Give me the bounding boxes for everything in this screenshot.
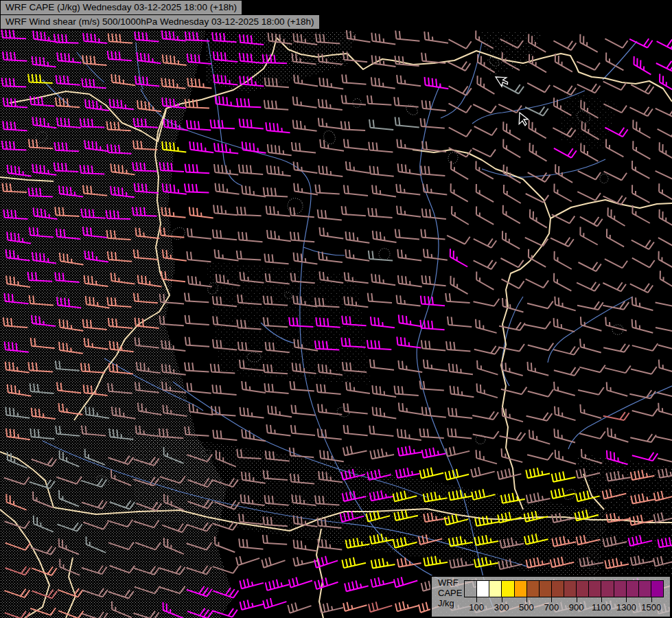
wind-barb bbox=[213, 479, 238, 488]
wind-barb bbox=[263, 598, 286, 608]
wind-barb bbox=[552, 472, 576, 482]
wind-barb bbox=[658, 129, 672, 139]
wind-barb bbox=[373, 407, 397, 418]
wind-barb bbox=[474, 126, 497, 135]
wind-barb bbox=[31, 338, 55, 349]
wind-barb bbox=[399, 402, 423, 414]
wind-barb bbox=[30, 96, 54, 106]
wind-barb bbox=[137, 502, 162, 511]
wind-barb bbox=[529, 430, 550, 444]
wind-barb bbox=[502, 279, 524, 288]
wind-barb bbox=[632, 185, 649, 203]
wind-barb bbox=[603, 489, 627, 499]
wind-barb bbox=[370, 534, 394, 544]
wind-barb bbox=[187, 586, 212, 597]
wind-barb bbox=[422, 275, 446, 286]
wind-barb bbox=[607, 471, 631, 481]
wind-barb bbox=[498, 104, 522, 113]
wind-barb bbox=[138, 275, 162, 286]
wind-barbs bbox=[2, 30, 672, 618]
wind-barb bbox=[135, 382, 159, 393]
wind-barb bbox=[290, 381, 314, 391]
colorbar-tick bbox=[526, 597, 527, 602]
wind-barb bbox=[632, 161, 649, 179]
wind-barb bbox=[395, 386, 419, 396]
wind-barb bbox=[132, 162, 157, 171]
legend-title: WRF CAPE J/kg bbox=[438, 577, 462, 608]
wind-barb bbox=[82, 566, 107, 574]
wind-barb bbox=[185, 315, 209, 325]
wind-barb bbox=[631, 367, 657, 374]
wind-barb bbox=[32, 164, 56, 175]
wind-barb bbox=[185, 293, 209, 302]
wind-barb bbox=[473, 431, 499, 439]
wind-barb bbox=[371, 274, 395, 286]
wind-barb bbox=[60, 559, 80, 575]
wind-barb bbox=[474, 346, 500, 354]
wind-barb bbox=[185, 363, 209, 372]
wind-barb bbox=[4, 477, 30, 485]
wind-barb bbox=[501, 84, 524, 94]
wind-barb bbox=[422, 448, 446, 458]
wind-barb bbox=[58, 588, 83, 597]
wind-barb bbox=[268, 405, 292, 417]
wind-barb bbox=[340, 511, 364, 522]
wind-barb bbox=[160, 162, 184, 172]
wind-barb bbox=[397, 75, 421, 86]
wind-barb bbox=[185, 426, 209, 436]
wind-barb bbox=[369, 426, 393, 436]
wind-barb bbox=[82, 78, 106, 88]
wind-barb bbox=[654, 491, 672, 501]
wind-barb bbox=[294, 161, 318, 173]
wind-barb bbox=[369, 142, 393, 152]
wind-barb bbox=[551, 557, 575, 568]
wind-barb bbox=[577, 84, 601, 93]
wind-barb bbox=[30, 383, 54, 393]
wind-barb bbox=[633, 141, 650, 159]
wind-barb bbox=[60, 450, 80, 467]
wind-barb bbox=[478, 54, 495, 73]
wind-barb bbox=[109, 363, 133, 374]
wind-barb bbox=[107, 520, 132, 527]
wind-barb bbox=[106, 210, 131, 219]
wind-barb bbox=[320, 139, 344, 151]
wind-barb bbox=[498, 512, 522, 523]
wind-barb bbox=[660, 271, 672, 289]
colorbar-cell-3 bbox=[502, 580, 514, 597]
legend-title-line2: CAPE bbox=[438, 588, 462, 598]
wind-barb bbox=[240, 119, 264, 129]
colorbar-tick-label: 100 bbox=[469, 602, 484, 613]
colorbar-tick bbox=[577, 597, 577, 602]
wind-barb bbox=[292, 54, 316, 65]
wind-barb bbox=[656, 171, 672, 179]
wind-barb bbox=[448, 317, 472, 327]
wind-barb bbox=[85, 100, 109, 111]
colorbar-cell-2 bbox=[489, 580, 502, 597]
wind-barb bbox=[555, 54, 572, 72]
wind-barb bbox=[529, 249, 546, 267]
wind-barb bbox=[656, 433, 672, 442]
wind-barb bbox=[449, 39, 472, 48]
title-windshear: WRF Wind shear (m/s) 500/1000hPa Wednesd… bbox=[0, 14, 320, 30]
wind-barb bbox=[344, 297, 368, 308]
wind-barb bbox=[160, 316, 184, 326]
wind-barb bbox=[656, 61, 672, 72]
wind-barb bbox=[213, 205, 237, 215]
wind-barb bbox=[213, 74, 237, 84]
wind-barb bbox=[111, 273, 135, 284]
wind-barb bbox=[605, 366, 631, 374]
wind-barb bbox=[654, 512, 672, 523]
colorbar-tick bbox=[601, 597, 602, 602]
colorbar-cell-7 bbox=[552, 580, 564, 597]
wind-barb bbox=[213, 52, 237, 62]
colorbar-tick-label: 900 bbox=[569, 602, 584, 613]
wind-barb-layer bbox=[0, 0, 672, 618]
wind-barb bbox=[446, 341, 470, 351]
wind-barb bbox=[164, 538, 184, 554]
wind-barb bbox=[2, 78, 27, 87]
colorbar-cell-0 bbox=[464, 580, 477, 597]
wind-barb bbox=[86, 536, 106, 553]
wind-barb bbox=[370, 165, 394, 176]
wind-barb bbox=[424, 32, 448, 43]
wind-barb bbox=[292, 494, 316, 505]
